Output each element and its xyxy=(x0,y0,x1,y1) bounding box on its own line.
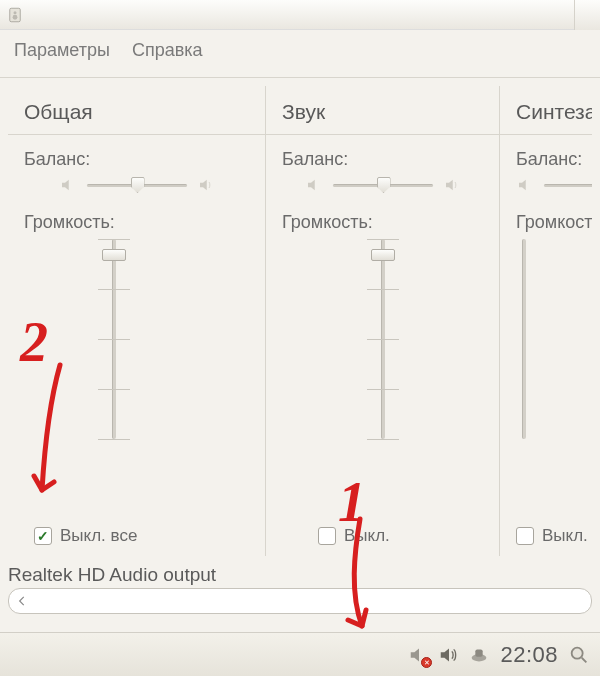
channel-title: Синтезато xyxy=(516,100,592,124)
mixer-panel: Общая Баланс: Громкость: xyxy=(8,86,592,556)
speaker-left-icon xyxy=(305,176,323,194)
titlebar xyxy=(0,0,600,30)
balance-slider[interactable] xyxy=(544,176,592,194)
volume-label: Громкость: xyxy=(24,212,249,233)
balance-control xyxy=(516,176,592,194)
channel-master: Общая Баланс: Громкость: xyxy=(8,86,266,556)
device-tray-icon[interactable] xyxy=(468,644,490,666)
mute-label: Выкл. xyxy=(344,526,390,546)
divider xyxy=(8,134,265,135)
menubar: Параметры Справка xyxy=(0,30,600,78)
mute-all-row: Выкл. все xyxy=(24,526,249,546)
balance-label: Баланс: xyxy=(24,149,249,170)
divider xyxy=(266,134,499,135)
channel-title: Звук xyxy=(282,100,483,124)
taskbar: 22:08 xyxy=(0,632,600,676)
device-selector[interactable] xyxy=(8,588,592,614)
device-label: Realtek HD Audio output xyxy=(8,564,592,586)
balance-label: Баланс: xyxy=(516,149,592,170)
balance-control xyxy=(282,176,483,194)
svg-point-2 xyxy=(13,14,18,19)
balance-slider[interactable] xyxy=(87,176,187,194)
search-tray-icon[interactable] xyxy=(568,644,590,666)
volume-tray-icon[interactable] xyxy=(438,644,460,666)
mute-row: Выкл. xyxy=(282,526,483,546)
channel-wave: Звук Баланс: Громкость: xyxy=(266,86,500,556)
channel-title: Общая xyxy=(24,100,249,124)
svg-point-1 xyxy=(14,11,17,14)
taskbar-clock[interactable]: 22:08 xyxy=(500,642,558,668)
volume-label: Громкост xyxy=(516,212,592,233)
speaker-right-icon xyxy=(197,176,215,194)
balance-slider[interactable] xyxy=(333,176,433,194)
mute-all-checkbox[interactable] xyxy=(34,527,52,545)
volume-slider[interactable] xyxy=(516,239,556,439)
chevron-left-icon[interactable] xyxy=(11,590,33,612)
channel-synth: Синтезато Баланс: Громкост Выкл. xyxy=(500,86,592,556)
svg-point-5 xyxy=(572,647,583,658)
speaker-left-icon xyxy=(59,176,77,194)
mute-row: Выкл. xyxy=(516,526,592,546)
mute-all-label: Выкл. все xyxy=(60,526,137,546)
mute-label: Выкл. xyxy=(542,526,588,546)
speaker-right-icon xyxy=(443,176,461,194)
muted-badge-icon xyxy=(421,657,432,668)
volume-label: Громкость: xyxy=(282,212,483,233)
window-controls[interactable] xyxy=(574,0,600,30)
mute-checkbox[interactable] xyxy=(318,527,336,545)
speaker-left-icon xyxy=(516,176,534,194)
volume-muted-tray-icon[interactable] xyxy=(408,644,430,666)
volume-slider[interactable] xyxy=(94,239,134,439)
balance-label: Баланс: xyxy=(282,149,483,170)
speaker-app-icon xyxy=(6,6,24,24)
menu-help[interactable]: Справка xyxy=(132,40,203,61)
menu-options[interactable]: Параметры xyxy=(14,40,110,61)
balance-control xyxy=(24,176,249,194)
divider xyxy=(500,134,592,135)
volume-slider[interactable] xyxy=(363,239,403,439)
svg-line-6 xyxy=(582,657,587,662)
svg-rect-4 xyxy=(476,649,483,656)
mute-checkbox[interactable] xyxy=(516,527,534,545)
system-tray xyxy=(408,644,490,666)
